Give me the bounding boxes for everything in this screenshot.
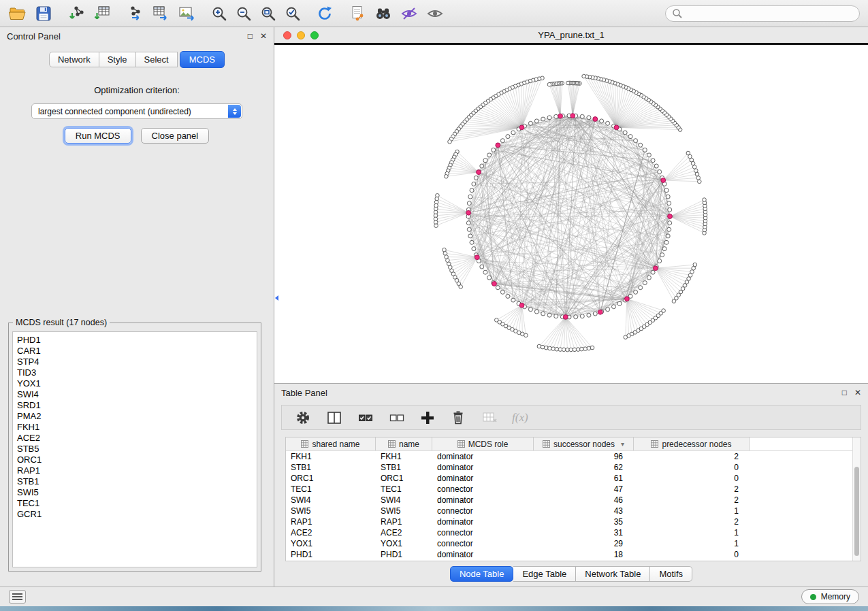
gear-icon[interactable]: [294, 409, 312, 427]
mcds-result-item[interactable]: CAR1: [17, 346, 257, 357]
maximize-window-icon[interactable]: [310, 31, 319, 39]
zoom-selected-icon[interactable]: [285, 5, 301, 22]
import-table-icon[interactable]: [93, 5, 111, 22]
tab-style[interactable]: Style: [99, 52, 136, 67]
mcds-result-item[interactable]: TID3: [17, 367, 257, 378]
table-cell: ORC1: [376, 473, 432, 484]
table-cell: 47: [534, 484, 634, 495]
close-table-panel-icon[interactable]: ✕: [854, 389, 861, 397]
deselect-all-icon[interactable]: [388, 409, 406, 427]
run-mcds-button[interactable]: Run MCDS: [65, 128, 131, 144]
zoom-in-icon[interactable]: [211, 5, 227, 22]
tab-select[interactable]: Select: [136, 52, 178, 67]
save-icon[interactable]: [35, 5, 52, 22]
network-window: YPA_prune.txt_1: [274, 27, 868, 383]
table-row[interactable]: YOX1YOX1connector291: [286, 538, 861, 549]
mcds-result-item[interactable]: SWI4: [17, 389, 257, 400]
mcds-result-item[interactable]: GCR1: [17, 509, 257, 520]
main-toolbar: [0, 0, 868, 27]
mcds-result-item[interactable]: SRD1: [17, 400, 257, 411]
close-window-icon[interactable]: [283, 31, 291, 39]
criterion-select[interactable]: largest connected component (undirected): [31, 103, 242, 119]
table-cell: 2: [634, 516, 750, 527]
table-cell: TEC1: [376, 484, 432, 495]
float-panel-icon[interactable]: □: [248, 32, 253, 40]
column-header-predecessor-nodes[interactable]: predecessor nodes: [634, 437, 750, 450]
mcds-result-item[interactable]: STP4: [17, 357, 257, 367]
task-history-button[interactable]: [9, 590, 26, 604]
mcds-result-item[interactable]: TEC1: [17, 498, 257, 509]
network-canvas[interactable]: [274, 43, 868, 383]
table-cell: SWI5: [286, 506, 376, 516]
tab-network[interactable]: Network: [49, 52, 99, 67]
eye-slash-icon[interactable]: [400, 5, 418, 22]
mcds-result-item[interactable]: STB1: [17, 476, 257, 487]
table-cell: 2: [634, 451, 750, 462]
show-columns-icon[interactable]: [325, 409, 343, 427]
column-type-icon: [388, 440, 396, 448]
zoom-out-icon[interactable]: [236, 5, 252, 22]
combo-stepper-icon: [228, 105, 241, 118]
delete-column-icon[interactable]: [449, 409, 467, 427]
network-graph[interactable]: [274, 45, 868, 383]
export-group: [126, 5, 196, 22]
table-scrollbar[interactable]: [852, 437, 861, 561]
mcds-result-item[interactable]: PHD1: [17, 335, 257, 346]
column-header-MCDS-role[interactable]: MCDS role: [432, 437, 534, 450]
binoculars-icon[interactable]: [374, 5, 392, 22]
table-row[interactable]: SWI5SWI5connector431: [286, 506, 861, 516]
table-row[interactable]: PHD1PHD1dominator180: [286, 549, 861, 560]
table-cell: SWI4: [286, 495, 376, 506]
table-tab-network-table[interactable]: Network Table: [576, 566, 650, 582]
memory-button[interactable]: Memory: [801, 589, 859, 604]
table-cell: ACE2: [286, 527, 376, 538]
table-row[interactable]: TEC1TEC1connector472: [286, 484, 861, 495]
minimize-window-icon[interactable]: [297, 31, 305, 39]
table-row[interactable]: ORC1ORC1dominator610: [286, 473, 861, 484]
column-header-name[interactable]: name: [376, 437, 432, 450]
float-table-panel-icon[interactable]: □: [842, 389, 847, 397]
column-header-shared-name[interactable]: shared name: [286, 437, 376, 450]
tab-mcds[interactable]: MCDS: [180, 51, 225, 68]
mcds-result-item[interactable]: ORC1: [17, 455, 257, 465]
mcds-result-item[interactable]: SWI5: [17, 487, 257, 498]
eye-icon[interactable]: [426, 5, 444, 22]
mcds-result-item[interactable]: STB5: [17, 444, 257, 455]
mcds-result-item[interactable]: ACE2: [17, 433, 257, 444]
export-network-icon[interactable]: [126, 5, 144, 22]
mcds-result-list[interactable]: PHD1CAR1STP4TID3YOX1SWI4SRD1PMA2FKH1ACE2…: [12, 331, 257, 567]
table-row[interactable]: RAP1RAP1dominator352: [286, 516, 861, 527]
table-cell: 1: [634, 527, 750, 538]
refresh-icon[interactable]: [316, 5, 334, 22]
table-row[interactable]: STB1STB1dominator620: [286, 462, 861, 473]
export-image-icon[interactable]: [178, 5, 196, 22]
zoom-fit-icon[interactable]: [260, 5, 276, 22]
column-header-successor-nodes[interactable]: successor nodes▾: [534, 437, 634, 450]
table-tab-node-table[interactable]: Node Table: [450, 566, 514, 582]
mcds-result-item[interactable]: RAP1: [17, 465, 257, 476]
mcds-result-item[interactable]: PMA2: [17, 411, 257, 422]
export-table-icon[interactable]: [152, 5, 170, 22]
scrollbar-thumb[interactable]: [854, 467, 859, 555]
table-row[interactable]: ACE2ACE2connector311: [286, 527, 861, 538]
search-box[interactable]: [665, 5, 860, 22]
table-row[interactable]: FKH1FKH1dominator962: [286, 451, 861, 462]
table-cell: RAP1: [286, 516, 376, 527]
search-input[interactable]: [686, 9, 853, 18]
close-panel-icon[interactable]: ✕: [260, 32, 267, 40]
table-row[interactable]: SWI4SWI4dominator462: [286, 495, 861, 506]
import-network-icon[interactable]: [67, 5, 85, 22]
open-file-icon[interactable]: [8, 5, 27, 22]
mcds-result-item[interactable]: FKH1: [17, 422, 257, 433]
add-column-icon[interactable]: [419, 410, 436, 426]
table-tab-motifs[interactable]: Motifs: [650, 566, 692, 582]
select-all-icon[interactable]: [357, 409, 374, 427]
table-cell: TEC1: [286, 484, 376, 495]
new-network-from-selection-icon[interactable]: [349, 5, 366, 22]
close-panel-button[interactable]: Close panel: [141, 128, 210, 144]
table-tab-edge-table[interactable]: Edge Table: [513, 566, 576, 582]
splitter-toggle-icon[interactable]: [274, 291, 278, 305]
hamburger-icon: [12, 593, 22, 595]
mcds-result-item[interactable]: YOX1: [17, 378, 257, 389]
table-cell: 18: [534, 549, 634, 560]
